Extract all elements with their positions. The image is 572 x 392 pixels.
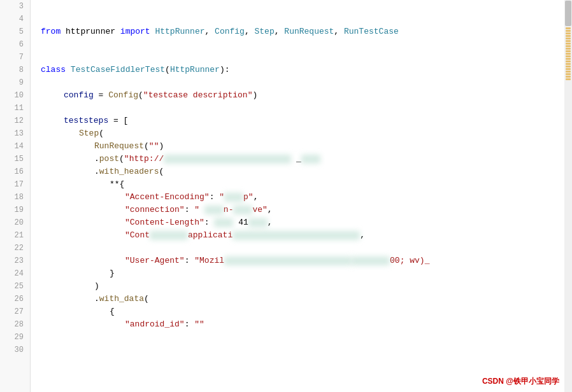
code-line-16: . with_headers ( <box>41 165 572 178</box>
fn-with-data: with_data <box>99 293 144 305</box>
line-num-23: 23 <box>0 255 30 267</box>
scrollbar-thumb[interactable] <box>565 1 571 26</box>
scroll-mark-10 <box>566 50 571 52</box>
blurred-url <box>164 155 291 164</box>
scroll-mark-19 <box>566 73 571 75</box>
str-empty1: "" <box>149 140 159 153</box>
line-num-6: 6 <box>0 38 30 51</box>
code-line-12: teststeps = [ <box>41 115 572 127</box>
blurred-conn1 <box>204 206 224 214</box>
code-line-25: ) <box>41 280 572 293</box>
scroll-mark-1 <box>566 27 571 29</box>
code-line-23: "User-Agent" : "Mozil 00; wv)_ <box>41 255 572 267</box>
line-num-19: 19 <box>0 204 30 216</box>
scroll-mark-16 <box>566 66 571 67</box>
str-android-val: "" <box>194 318 204 331</box>
code-line-8: class TestCaseFiddlerTest ( HttpRunner )… <box>41 64 572 76</box>
blurred-ct1 <box>150 231 188 240</box>
line-num-27: 27 <box>0 305 30 318</box>
code-line-13: Step ( <box>41 127 572 140</box>
fn-config: Config <box>108 89 138 102</box>
scroll-mark-17 <box>566 68 571 70</box>
line-num-14: 14 <box>0 140 30 153</box>
blurred-accept-val <box>224 193 243 202</box>
line-numbers: 3 4 5 6 7 8 9 10 11 12 13 14 15 16 17 18… <box>0 0 31 392</box>
blurred-cl2 <box>248 218 268 227</box>
code-line-28: "android_id" : "" <box>41 318 572 331</box>
line-num-17: 17 <box>0 178 30 191</box>
scroll-mark-21 <box>566 78 571 80</box>
fn-runrequest: RunRequest <box>94 140 144 153</box>
class-config: Config <box>215 25 245 38</box>
class-runtestcase: RunTestCase <box>344 25 399 38</box>
fn-with-headers: with_headers <box>99 165 159 178</box>
code-line-14: RunRequest ( "" ) <box>41 140 572 153</box>
code-line-3 <box>41 0 572 13</box>
str-accept-encoding: "Accent-Encoding" <box>125 191 210 204</box>
line-num-12: 12 <box>0 115 30 127</box>
scroll-mark-20 <box>566 76 571 78</box>
var-config: config <box>64 89 94 102</box>
code-line-11 <box>41 102 572 115</box>
watermark: CSDN @铁甲小宝同学 <box>482 376 559 387</box>
line-num-3: 3 <box>0 0 30 13</box>
line-num-9: 9 <box>0 76 30 89</box>
class-httprunner-base: HttpRunner <box>170 64 220 76</box>
scroll-mark-2 <box>566 30 571 32</box>
line-num-15: 15 <box>0 153 30 165</box>
scroll-mark-12 <box>566 55 571 57</box>
code-line-18: "Accent-Encoding" : " p" , <box>41 191 572 204</box>
code-line-9 <box>41 76 572 89</box>
class-testcasefiddlertest: TestCaseFiddlerTest <box>71 64 165 76</box>
str-android-id: "android_id" <box>125 318 185 331</box>
scrollbar-right[interactable] <box>564 0 572 392</box>
watermark-text: CSDN @铁甲小宝同学 <box>482 377 559 386</box>
line-num-5: 5 <box>0 25 30 38</box>
class-step: Step <box>255 25 275 38</box>
scroll-mark-13 <box>566 58 571 60</box>
line-num-13: 13 <box>0 127 30 140</box>
line-num-24: 24 <box>0 267 30 280</box>
code-line-6 <box>41 38 572 51</box>
str-content-type-start: "Cont <box>125 229 150 242</box>
code-line-4 <box>41 13 572 25</box>
str-accept-val-start: " <box>219 191 224 204</box>
scroll-mark-6 <box>566 40 571 42</box>
code-line-7 <box>41 51 572 64</box>
code-line-15: . post ( "http:// _ <box>41 153 572 165</box>
line-num-29: 29 <box>0 331 30 344</box>
str-ua-val-start: "Mozil <box>194 255 224 267</box>
line-num-11: 11 <box>0 102 30 115</box>
scroll-mark-5 <box>566 38 571 39</box>
blurred-ua1 <box>224 256 352 265</box>
line-num-30: 30 <box>0 344 30 356</box>
line-num-18: 18 <box>0 191 30 204</box>
str-conn-val-mid: n- <box>224 204 234 216</box>
line-num-4: 4 <box>0 13 30 25</box>
code-line-19: "connection" : " n- ve" , <box>41 204 572 216</box>
line-num-16: 16 <box>0 165 30 178</box>
str-conn-val-start: " <box>194 204 204 216</box>
scroll-mark-8 <box>566 45 571 47</box>
scroll-mark-18 <box>566 71 571 73</box>
line-num-22: 22 <box>0 242 30 255</box>
str-accept-val-end: p" <box>243 191 254 204</box>
var-teststeps: teststeps <box>64 115 108 127</box>
line-num-10: 10 <box>0 89 30 102</box>
code-area[interactable]: from httprunner import HttpRunner , Conf… <box>31 0 572 392</box>
code-line-24: } <box>41 267 572 280</box>
blurred-ua2 <box>352 256 390 265</box>
scroll-mark-7 <box>566 43 571 45</box>
code-line-21: "Cont applicati , <box>41 229 572 242</box>
str-content-length: "Content-Length" <box>125 216 204 229</box>
str-user-agent: "User-Agent" <box>125 255 185 267</box>
scroll-mark-9 <box>566 48 571 50</box>
code-line-20: "Content-Length" : 41 , <box>41 216 572 229</box>
blurred-cl1 <box>214 218 233 227</box>
blurred-conn2 <box>233 206 252 214</box>
line-num-20: 20 <box>0 216 30 229</box>
line-num-8: 8 <box>0 64 30 76</box>
line-num-7: 7 <box>0 51 30 64</box>
keyword-class: class <box>41 64 66 76</box>
class-runrequest: RunRequest <box>284 25 334 38</box>
